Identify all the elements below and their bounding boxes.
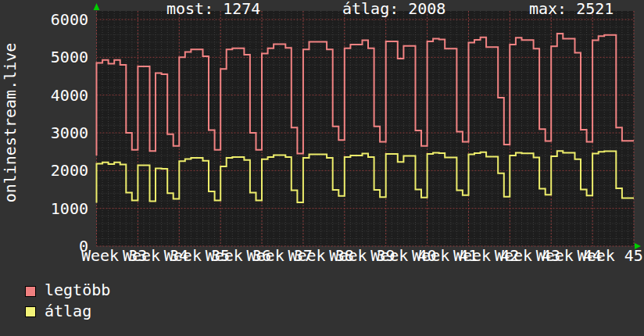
y-tick-label: 1000 <box>41 200 88 217</box>
stat-most-value: 1274 <box>223 0 260 17</box>
y-tick-label: 5000 <box>41 48 88 66</box>
rrd-graph: onlinestream.live 0100020003000400050006… <box>0 0 644 336</box>
legend-swatch-legtobb <box>25 286 36 297</box>
x-tick-label: Week 45 <box>578 247 643 264</box>
y-tick-label: 4000 <box>41 87 88 104</box>
y-tick-label: 2000 <box>41 162 88 179</box>
stat-most: most:1274 <box>166 0 260 17</box>
stat-atlag-value: 2008 <box>408 0 445 17</box>
stat-max-label: max: <box>529 0 567 17</box>
legend-label-atlag: átlag <box>45 302 91 320</box>
legend-swatch-atlag <box>25 306 36 317</box>
y-axis-up-arrow-icon <box>94 3 100 10</box>
stat-atlag-label: átlag: <box>342 0 399 17</box>
stat-max: max:2521 <box>529 0 614 17</box>
legend-label-legtobb: legtöbb <box>45 281 110 298</box>
stat-atlag: átlag:2008 <box>342 0 445 17</box>
stat-max-value: 2521 <box>576 0 614 17</box>
stat-most-label: most: <box>166 0 213 17</box>
y-tick-label: 6000 <box>41 11 88 28</box>
y-tick-label: 3000 <box>41 124 88 141</box>
y-axis-title: onlinestream.live <box>2 42 19 203</box>
